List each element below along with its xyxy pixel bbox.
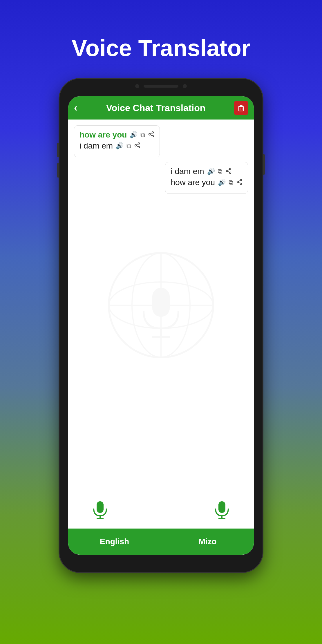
mic-left-icon xyxy=(91,500,109,520)
app-title-heading: Voice Translator xyxy=(72,35,251,61)
bottom-bar: English Mizo xyxy=(68,491,254,555)
msg2-speak-icon[interactable]: 🔊 xyxy=(207,168,215,175)
msg2-translated-share-icon[interactable] xyxy=(236,179,243,187)
svg-line-26 xyxy=(227,171,229,172)
svg-line-21 xyxy=(136,146,138,147)
lang-row: English Mizo xyxy=(68,529,254,555)
msg2-translated-speak-icon[interactable]: 🔊 xyxy=(218,179,226,186)
msg2-translated-text: how are you xyxy=(171,178,215,187)
page-title-area: Voice Translator xyxy=(72,17,251,61)
msg1-translated-share-icon[interactable] xyxy=(134,142,140,150)
svg-point-30 xyxy=(240,183,242,184)
volume-up-button[interactable] xyxy=(57,143,59,157)
watermark xyxy=(88,233,234,378)
svg-rect-36 xyxy=(218,501,225,513)
trash-icon xyxy=(237,104,245,112)
svg-line-17 xyxy=(150,133,152,134)
phone-shell: ‹ Voice Chat Translation xyxy=(59,79,263,572)
msg2-share-icon[interactable] xyxy=(225,168,232,176)
msg2-translated-copy-icon[interactable]: ⧉ xyxy=(229,179,233,186)
msg1-speak-icon[interactable]: 🔊 xyxy=(130,131,138,139)
svg-point-28 xyxy=(240,179,242,181)
msg1-share-icon[interactable] xyxy=(148,131,154,139)
bubble-row-right-original: i dam em 🔊 ⧉ xyxy=(171,167,243,176)
msg1-translated-text: i dam em xyxy=(79,141,113,151)
lang-right-button[interactable]: Mizo xyxy=(161,529,254,555)
trash-button[interactable] xyxy=(234,101,248,115)
phone-notch xyxy=(135,84,187,88)
msg1-original-text: how are you xyxy=(79,130,127,140)
svg-point-29 xyxy=(237,181,239,183)
msg2-original-text: i dam em xyxy=(171,167,204,176)
phone-screen: ‹ Voice Chat Translation xyxy=(68,96,254,555)
power-button[interactable] xyxy=(263,154,265,175)
camera-dot-left xyxy=(135,84,139,88)
svg-point-18 xyxy=(138,142,140,144)
msg1-translated-speak-icon[interactable]: 🔊 xyxy=(116,142,124,150)
app-header: ‹ Voice Chat Translation xyxy=(68,96,254,120)
svg-rect-10 xyxy=(152,288,170,317)
bubble-row-translated: i dam em 🔊 ⧉ xyxy=(79,141,154,151)
volume-down-button[interactable] xyxy=(57,163,59,178)
svg-point-14 xyxy=(149,133,151,135)
chat-bubble-left: how are you 🔊 ⧉ xyxy=(74,125,160,157)
app-header-title: Voice Chat Translation xyxy=(106,103,206,113)
chat-area: how are you 🔊 ⧉ xyxy=(68,120,254,491)
svg-rect-33 xyxy=(97,501,104,513)
chat-bubble-right: i dam em 🔊 ⧉ xyxy=(165,162,248,194)
svg-line-31 xyxy=(238,182,240,183)
bubble-row-original: how are you 🔊 ⧉ xyxy=(79,130,154,140)
svg-point-24 xyxy=(226,170,228,172)
mic-left-button[interactable] xyxy=(91,500,109,520)
svg-point-15 xyxy=(152,135,154,137)
svg-point-20 xyxy=(138,146,140,148)
mic-right-button[interactable] xyxy=(213,500,231,520)
svg-line-32 xyxy=(238,180,240,181)
svg-point-13 xyxy=(152,131,154,133)
svg-line-16 xyxy=(150,135,152,136)
svg-line-27 xyxy=(227,169,229,170)
bubble-row-right-translated: how are you 🔊 ⧉ xyxy=(171,178,243,187)
mic-right-icon xyxy=(213,500,231,520)
msg1-copy-icon[interactable]: ⧉ xyxy=(140,131,145,139)
msg2-copy-icon[interactable]: ⧉ xyxy=(218,168,222,175)
mic-row xyxy=(68,491,254,529)
svg-point-25 xyxy=(229,172,231,173)
svg-point-19 xyxy=(135,144,137,146)
phone-wrapper: ‹ Voice Chat Translation xyxy=(59,79,263,572)
lang-left-button[interactable]: English xyxy=(68,529,161,555)
svg-point-23 xyxy=(229,168,231,170)
camera-dot-right xyxy=(183,84,187,88)
back-button[interactable]: ‹ xyxy=(74,102,77,114)
speaker-bar xyxy=(144,85,178,88)
svg-line-22 xyxy=(136,144,138,145)
msg1-translated-copy-icon[interactable]: ⧉ xyxy=(126,142,131,150)
